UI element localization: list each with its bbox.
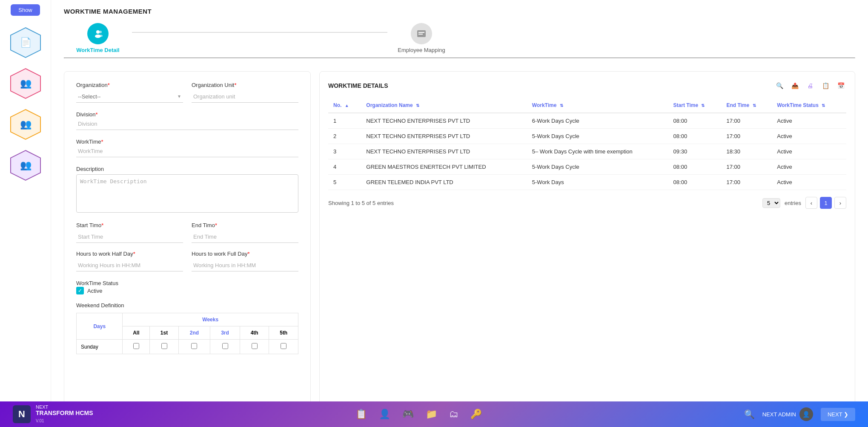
cell-start_time: 08:00 [668, 159, 722, 175]
hours-half-group: Hours to work Half Day* [76, 251, 183, 271]
tab-worktime-detail[interactable]: WorkTime Detail [64, 23, 132, 53]
brand-logo: N [13, 405, 31, 423]
sidebar: Show 📄 👥 👥 👥 [0, 0, 51, 401]
table-header-row: No. ▲ Organization Name ⇅ WorkTime ⇅ Sta… [328, 98, 846, 113]
org-row: Organization* --Select-- Organization Un… [76, 82, 298, 103]
brand-version: V.01 [36, 418, 44, 423]
nav-icon-5[interactable]: 🗂 [449, 409, 458, 420]
start-time-input[interactable] [76, 231, 183, 243]
sidebar-icon-people-purple[interactable]: 👥 [9, 148, 43, 182]
sidebar-icon-document[interactable]: 📄 [9, 26, 43, 60]
hours-half-input[interactable] [76, 260, 183, 271]
entries-label: entries [785, 200, 801, 206]
worktime-status-label: WorkTime Status [76, 280, 118, 286]
pagination-controls: ‹ 1 › [805, 197, 846, 209]
cell-org_name: NEXT TECHNO ENTERPRISES PVT LTD [361, 113, 527, 129]
calendar-action-icon[interactable]: 📅 [835, 80, 846, 91]
search-action-icon[interactable]: 🔍 [774, 80, 785, 91]
weekend-checkbox-sunday-all[interactable] [133, 343, 139, 349]
weekend-checkbox-sunday-2nd[interactable] [191, 343, 197, 349]
weekend-checkbox-sunday-4th[interactable] [252, 343, 258, 349]
org-unit-input[interactable] [192, 91, 298, 103]
data-panel-header: WORKTIME DETAILS 🔍 📤 🖨 📋 📅 [328, 80, 846, 91]
nav-icon-1[interactable]: 📋 [355, 409, 367, 420]
nav-icon-2[interactable]: 👤 [379, 409, 390, 420]
show-button[interactable]: Show [11, 4, 40, 16]
form-panel: Organization* --Select-- Organization Un… [64, 71, 311, 418]
weekend-checkbox-sunday-5th[interactable] [281, 343, 286, 349]
worktime-label: WorkTime* [76, 138, 103, 145]
nav-icon-3[interactable]: 🎮 [402, 409, 414, 420]
tab-worktime-label: WorkTime Detail [76, 47, 119, 53]
cell-org_name: NEXT TECHNO ENTERPRISES PVT LTD [361, 129, 527, 144]
col-status[interactable]: WorkTime Status ⇅ [772, 98, 846, 113]
next-button[interactable]: NEXT ❯ [821, 408, 855, 421]
weekend-title: Weekend Definition [76, 302, 298, 309]
nav-icon-4[interactable]: 📁 [426, 409, 437, 420]
cell-start_time: 08:00 [668, 129, 722, 144]
cell-status: Active [772, 175, 846, 190]
nav-icon-6[interactable]: 🔑 [470, 409, 482, 420]
sidebar-icon-people-orange[interactable]: 👥 [9, 107, 43, 141]
entries-select[interactable]: 5 [762, 198, 780, 208]
print-action-icon[interactable]: 🖨 [805, 80, 816, 91]
svg-rect-14 [418, 34, 423, 35]
export-action-icon[interactable]: 📤 [789, 80, 800, 91]
page-title: WORKTIME MANAGEMENT [64, 8, 152, 15]
col-no[interactable]: No. ▲ [328, 98, 361, 113]
wizard-connector [132, 32, 387, 33]
col-worktime[interactable]: WorkTime ⇅ [527, 98, 668, 113]
description-group: Description [76, 165, 298, 214]
weekend-checkbox-sunday-3rd[interactable] [222, 343, 228, 349]
end-time-input[interactable] [192, 231, 298, 243]
cell-status: Active [772, 129, 846, 144]
bottom-nav: 📋 👤 🎮 📁 🗂 🔑 [355, 409, 482, 420]
organization-select[interactable]: --Select-- [76, 91, 183, 103]
hours-row: Hours to work Half Day* Hours to work Fu… [76, 251, 298, 271]
end-time-label: End Timo* [192, 222, 298, 228]
cell-end_time: 17:00 [721, 175, 772, 190]
table-row: 3NEXT TECHNO ENTERPRISES PVT LTD5– Work … [328, 144, 846, 159]
svg-text:👥: 👥 [20, 118, 32, 130]
search-icon-bottom[interactable]: 🔍 [744, 409, 755, 419]
svg-point-11 [99, 35, 103, 37]
status-group: WorkTime Status Active [76, 279, 298, 294]
col-end-time[interactable]: End Time ⇅ [721, 98, 772, 113]
cell-no: 2 [328, 129, 361, 144]
data-panel-actions: 🔍 📤 🖨 📋 📅 [774, 80, 846, 91]
cell-worktime: 5-Work Days Cycle [527, 129, 668, 144]
worktime-input[interactable] [76, 145, 298, 157]
next-page-btn[interactable]: › [834, 197, 846, 209]
prev-page-btn[interactable]: ‹ [805, 197, 817, 209]
active-checkbox[interactable] [76, 287, 84, 294]
worktime-table: No. ▲ Organization Name ⇅ WorkTime ⇅ Sta… [328, 98, 846, 190]
cell-no: 3 [328, 144, 361, 159]
cell-start_time: 09:30 [668, 144, 722, 159]
cell-status: Active [772, 159, 846, 175]
bottom-brand: N NEXT TRANSFORM HCMS V.01 [13, 404, 93, 424]
description-textarea[interactable] [76, 174, 298, 213]
brand-name: TRANSFORM HCMS [36, 410, 93, 416]
worktime-group: WorkTime* [76, 138, 298, 157]
tab-employee-mapping[interactable]: Employee Mapping [387, 23, 455, 53]
content-panels: Organization* --Select-- Organization Un… [51, 63, 868, 427]
page-1-btn[interactable]: 1 [820, 197, 832, 209]
cell-start_time: 08:00 [668, 175, 722, 190]
week-col-4th: 4th [240, 326, 269, 340]
svg-text:📄: 📄 [20, 37, 32, 48]
division-label: Division* [76, 111, 98, 118]
sidebar-icon-people-pink[interactable]: 👥 [9, 66, 43, 101]
main-area: WORKTIME MANAGEMENT WorkTime Detail [51, 0, 868, 427]
week-col-1st: 1st [150, 326, 178, 340]
description-label: Description [76, 166, 104, 172]
active-checkbox-row: Active [76, 287, 298, 294]
hours-full-input[interactable] [192, 260, 298, 271]
col-org-name[interactable]: Organization Name ⇅ [361, 98, 527, 113]
start-time-label: Start Timo* [76, 222, 183, 228]
week-col-3rd: 3rd [210, 326, 240, 340]
division-input[interactable] [76, 118, 298, 130]
weeks-header: Weeks [123, 313, 298, 326]
weekend-checkbox-sunday-1st[interactable] [161, 343, 167, 349]
col-start-time[interactable]: Start Time ⇅ [668, 98, 722, 113]
copy-action-icon[interactable]: 📋 [820, 80, 831, 91]
